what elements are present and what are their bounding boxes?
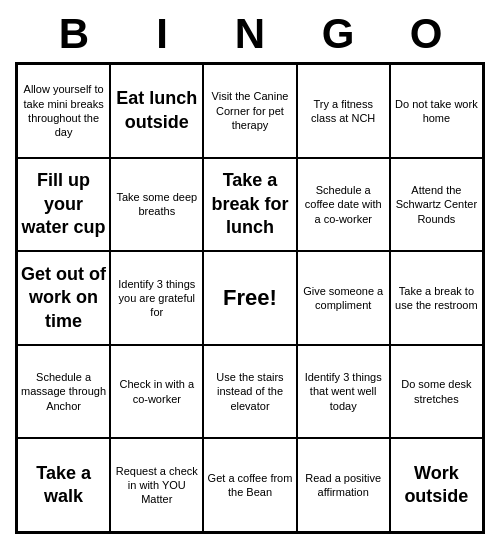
cell-5[interactable]: Fill up your water cup [17,158,110,252]
cell-20[interactable]: Take a walk [17,438,110,532]
cell-0[interactable]: Allow yourself to take mini breaks throu… [17,64,110,158]
cell-1[interactable]: Eat lunch outside [110,64,203,158]
cell-8[interactable]: Schedule a coffee date with a co-worker [297,158,390,252]
bingo-title: BINGO [10,10,490,58]
cell-18[interactable]: Identify 3 things that went well today [297,345,390,439]
title-letter-i: I [118,10,206,58]
cell-10[interactable]: Get out of work on time [17,251,110,345]
cell-6[interactable]: Take some deep breaths [110,158,203,252]
cell-19[interactable]: Do some desk stretches [390,345,483,439]
cell-4[interactable]: Do not take work home [390,64,483,158]
cell-24[interactable]: Work outside [390,438,483,532]
cell-3[interactable]: Try a fitness class at NCH [297,64,390,158]
cell-17[interactable]: Use the stairs instead of the elevator [203,345,296,439]
cell-14[interactable]: Take a break to use the restroom [390,251,483,345]
cell-23[interactable]: Read a positive affirmation [297,438,390,532]
cell-13[interactable]: Give someone a compliment [297,251,390,345]
title-letter-o: O [382,10,470,58]
title-letter-b: B [30,10,118,58]
cell-9[interactable]: Attend the Schwartz Center Rounds [390,158,483,252]
cell-12[interactable]: Free! [203,251,296,345]
cell-16[interactable]: Check in with a co-worker [110,345,203,439]
cell-15[interactable]: Schedule a massage through Anchor [17,345,110,439]
title-letter-g: G [294,10,382,58]
cell-2[interactable]: Visit the Canine Corner for pet therapy [203,64,296,158]
cell-7[interactable]: Take a break for lunch [203,158,296,252]
cell-22[interactable]: Get a coffee from the Bean [203,438,296,532]
bingo-grid: Allow yourself to take mini breaks throu… [15,62,485,534]
cell-11[interactable]: Identify 3 things you are grateful for [110,251,203,345]
title-letter-n: N [206,10,294,58]
cell-21[interactable]: Request a check in with YOU Matter [110,438,203,532]
